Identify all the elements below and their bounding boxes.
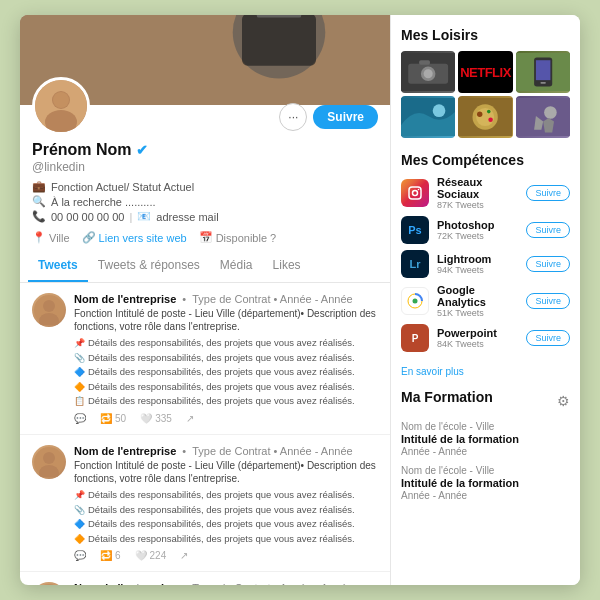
svg-point-3 (53, 92, 69, 108)
share-action[interactable]: ↗ (186, 413, 194, 424)
loisir-fitness (516, 96, 570, 138)
svg-point-36 (413, 299, 418, 304)
comp-info: Réseaux Sociaux 87K Tweets (437, 176, 518, 210)
tweet-company: Nom de l'entreprise • Type de Contrat • … (74, 582, 378, 585)
table-row: Nom de l'entreprise • Type de Contrat • … (20, 572, 390, 585)
tweet-description: Fonction Intitulé de poste - Lieu Ville … (74, 459, 378, 485)
competences-list: Réseaux Sociaux 87K Tweets Suivre Ps Pho… (401, 176, 570, 352)
comp-info: Lightroom 94K Tweets (437, 253, 518, 275)
meta-status: 🔍 À la recherche .......... (32, 195, 378, 208)
tweet-avatar (32, 582, 66, 585)
meta-function: 💼 Fonction Actuel/ Statut Actuel (32, 180, 378, 193)
tweets-list: Nom de l'entreprise • Type de Contrat • … (20, 283, 390, 585)
svg-rect-32 (409, 187, 421, 199)
tweet-actions: 💬 🔁 50 🤍 335 ↗ (74, 413, 378, 424)
briefcase-icon: 💼 (32, 180, 46, 193)
photoshop-icon: Ps (401, 216, 429, 244)
svg-point-26 (476, 108, 494, 126)
tab-tweets-replies[interactable]: Tweets & réponses (88, 250, 210, 282)
tweet-details: 📌Détails des responsabilités, des projet… (74, 336, 378, 408)
tweet-description: Fonction Intitulé de poste - Lieu Ville … (74, 307, 378, 333)
calendar-icon: 📅 (199, 231, 213, 244)
list-item: Google Analytics 51K Tweets Suivre (401, 284, 570, 318)
reply-action[interactable]: 💬 (74, 550, 86, 561)
profile-info: Prénom Nom ✔ @linkedin 💼 Fonction Actuel… (20, 135, 390, 227)
list-item: Réseaux Sociaux 87K Tweets Suivre (401, 176, 570, 210)
loisir-netflix: NETFLIX (458, 51, 512, 93)
meta-contact: 📞 00 00 00 00 00 | 📧 adresse mail (32, 210, 378, 223)
profile-location: 📍 Ville 🔗 Lien vers site web 📅 Disponibl… (20, 227, 390, 250)
retweet-action[interactable]: 🔁 50 (100, 413, 126, 424)
tweet-avatar (32, 445, 66, 479)
right-panel: Mes Loisirs NETFLIX Mes Compétences (390, 15, 580, 585)
list-item: Ps Photoshop 72K Tweets Suivre (401, 216, 570, 244)
share-action[interactable]: ↗ (180, 550, 188, 561)
formation-item: Nom de l'école - Ville Intitulé de la fo… (401, 465, 570, 501)
suivre-button[interactable]: Suivre (526, 330, 570, 346)
formation-header: Ma Formation ⚙ (401, 389, 570, 413)
powerpoint-icon: P (401, 324, 429, 352)
follow-button[interactable]: Suivre (313, 105, 378, 129)
svg-point-29 (489, 117, 494, 122)
profile-name: Prénom Nom ✔ (32, 141, 378, 159)
tab-media[interactable]: Média (210, 250, 263, 282)
loisir-food (458, 96, 512, 138)
loisirs-grid: NETFLIX (401, 51, 570, 138)
comp-info: Powerpoint 84K Tweets (437, 327, 518, 349)
suivre-button[interactable]: Suivre (526, 222, 570, 238)
svg-rect-30 (516, 98, 570, 136)
en-savoir-plus-button[interactable]: En savoir plus (401, 366, 464, 377)
bullet-icon: 📎 (74, 504, 85, 517)
reply-action[interactable]: 💬 (74, 413, 86, 424)
website-info[interactable]: 🔗 Lien vers site web (82, 231, 187, 244)
bullet-icon: 🔷 (74, 518, 85, 531)
svg-rect-21 (540, 82, 545, 84)
svg-point-31 (544, 106, 557, 119)
tweet-content: Nom de l'entreprise • Type de Contrat • … (74, 445, 378, 561)
svg-rect-17 (419, 60, 430, 65)
svg-point-16 (424, 69, 433, 78)
profile-actions: ··· Suivre (279, 103, 378, 135)
table-row: Nom de l'entreprise • Type de Contrat • … (20, 435, 390, 572)
analytics-icon (401, 287, 429, 315)
suivre-button[interactable]: Suivre (526, 185, 570, 201)
bullet-icon: 🔶 (74, 381, 85, 394)
tabs-bar: Tweets Tweets & réponses Média Likes (20, 250, 390, 283)
left-panel: ··· Suivre Prénom Nom ✔ @linkedin 💼 Fonc… (20, 15, 390, 585)
location-icon: 📍 (32, 231, 46, 244)
svg-point-10 (34, 584, 64, 585)
tab-tweets[interactable]: Tweets (28, 250, 88, 282)
link-icon: 🔗 (82, 231, 96, 244)
retweet-action[interactable]: 🔁 6 (100, 550, 121, 561)
list-item: P Powerpoint 84K Tweets Suivre (401, 324, 570, 352)
avatar (32, 77, 90, 135)
loisir-camera (401, 51, 455, 93)
like-action[interactable]: 🤍 224 (135, 550, 167, 561)
svg-point-33 (413, 191, 418, 196)
svg-point-28 (487, 110, 491, 114)
bullet-icon: 📋 (74, 395, 85, 408)
svg-point-23 (433, 104, 446, 117)
svg-point-5 (43, 300, 55, 312)
like-action[interactable]: 🤍 335 (140, 413, 172, 424)
verified-icon: ✔ (136, 142, 148, 158)
bullet-icon: 🔷 (74, 366, 85, 379)
instagram-icon (401, 179, 429, 207)
phone-icon: 📞 (32, 210, 46, 223)
tweet-avatar (32, 293, 66, 327)
suivre-button[interactable]: Suivre (526, 256, 570, 272)
bullet-icon: 📌 (74, 337, 85, 350)
comp-info: Photoshop 72K Tweets (437, 219, 518, 241)
list-item: Lr Lightroom 94K Tweets Suivre (401, 250, 570, 278)
profile-meta: 💼 Fonction Actuel/ Statut Actuel 🔍 À la … (32, 180, 378, 223)
tweet-actions: 💬 🔁 6 🤍 224 ↗ (74, 550, 378, 561)
lightroom-icon: Lr (401, 250, 429, 278)
formation-title: Ma Formation (401, 389, 493, 405)
tab-likes[interactable]: Likes (263, 250, 311, 282)
availability-info: 📅 Disponible ? (199, 231, 277, 244)
more-button[interactable]: ··· (279, 103, 307, 131)
suivre-button[interactable]: Suivre (526, 293, 570, 309)
loisirs-title: Mes Loisirs (401, 27, 570, 43)
tweet-content: Nom de l'entreprise • Type de Contrat • … (74, 582, 378, 585)
gear-icon[interactable]: ⚙ (557, 393, 570, 409)
